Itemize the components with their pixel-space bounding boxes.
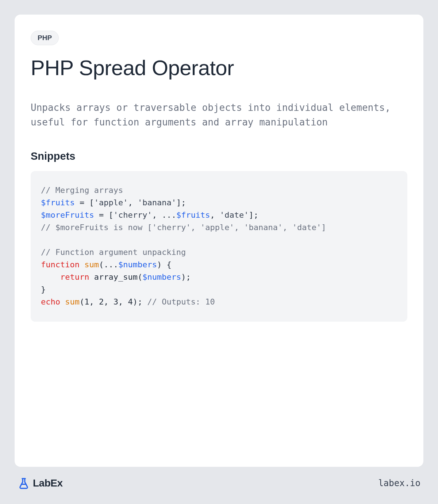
code-text: ,: [128, 198, 138, 207]
code-variable: $moreFruits: [41, 210, 94, 220]
code-comment: // Function argument unpacking: [41, 248, 186, 257]
code-variable: $fruits: [176, 210, 210, 220]
code-string: 'cherry': [114, 210, 152, 220]
code-keyword: echo: [41, 297, 60, 306]
footer: LabEx labex.io: [15, 467, 423, 489]
snippets-heading: Snippets: [31, 150, 407, 162]
code-text: );: [181, 272, 191, 282]
code-keyword: function: [41, 260, 80, 269]
code-text: ];: [249, 210, 259, 220]
code-text: (...: [99, 260, 118, 269]
code-string: 'date': [220, 210, 249, 220]
code-comment: // $moreFruits is now ['cherry', 'apple'…: [41, 223, 326, 232]
code-variable: $fruits: [41, 198, 75, 207]
flask-icon: [18, 477, 30, 489]
code-function: sum: [84, 260, 99, 269]
code-function: sum: [65, 297, 80, 306]
code-variable: $numbers: [142, 272, 181, 282]
code-text: (1, 2, 3, 4);: [80, 297, 147, 306]
page-title: PHP Spread Operator: [31, 55, 407, 80]
brand-logo: LabEx: [18, 477, 63, 489]
code-text: ,: [210, 210, 220, 220]
code-keyword: return: [60, 272, 89, 282]
footer-url: labex.io: [378, 478, 420, 488]
brand-name: LabEx: [33, 477, 63, 489]
code-text: array_sum(: [89, 272, 142, 282]
code-text: [60, 297, 65, 306]
code-snippet: // Merging arrays $fruits = ['apple', 'b…: [31, 171, 407, 322]
code-text: [80, 260, 84, 269]
code-text: = [: [75, 198, 94, 207]
code-comment: // Merging arrays: [41, 186, 123, 195]
content-card: PHP PHP Spread Operator Unpacks arrays o…: [15, 15, 423, 467]
code-text: , ...: [152, 210, 176, 220]
description-text: Unpacks arrays or traversable objects in…: [31, 100, 407, 130]
code-text: ];: [176, 198, 186, 207]
code-variable: $numbers: [118, 260, 157, 269]
code-text: ) {: [157, 260, 172, 269]
code-text: = [: [94, 210, 114, 220]
code-text: }: [41, 285, 46, 294]
code-string: 'apple': [94, 198, 128, 207]
language-badge: PHP: [31, 31, 59, 45]
code-text: [41, 272, 60, 282]
code-comment: // Outputs: 10: [147, 297, 215, 306]
code-string: 'banana': [138, 198, 176, 207]
